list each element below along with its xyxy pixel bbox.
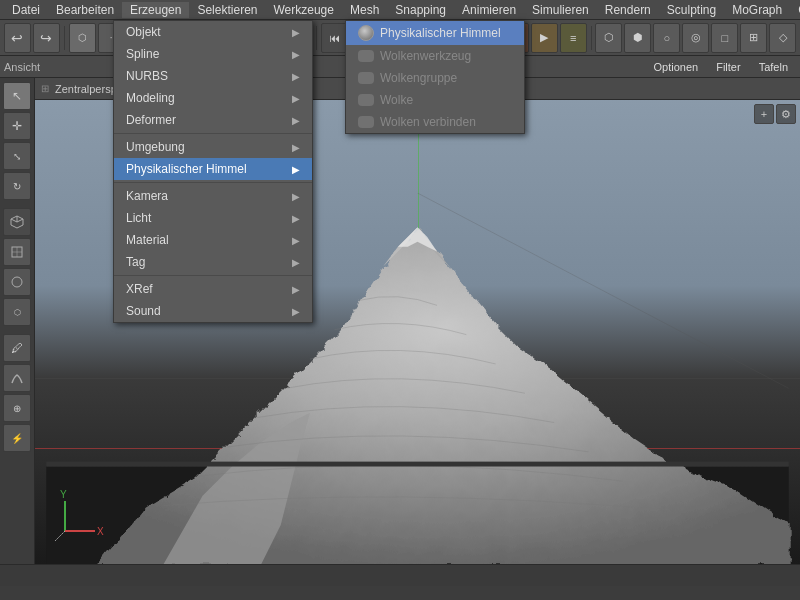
- dd-nurbs[interactable]: NURBS ▶: [114, 65, 312, 87]
- menu-bearbeiten[interactable]: Bearbeiten: [48, 2, 122, 18]
- dd-licht[interactable]: Licht ▶: [114, 207, 312, 229]
- menu-sculpting[interactable]: Sculpting: [659, 2, 724, 18]
- render-full[interactable]: ▶: [531, 23, 558, 53]
- view-label: Ansicht: [4, 61, 40, 73]
- viewport-controls: + ⚙: [754, 104, 796, 124]
- menu-datei[interactable]: Datei: [4, 2, 48, 18]
- mode-object[interactable]: ⬡: [69, 23, 96, 53]
- cloud-icon-2: [358, 72, 374, 84]
- dd-physhimmel[interactable]: Physikalischer Himmel ▶: [114, 158, 312, 180]
- cloud-icon-1: [358, 50, 374, 62]
- svg-text:Y: Y: [60, 489, 67, 500]
- submenu-physhimmel: Physikalischer Himmel Wolkenwerkzeug Wol…: [345, 20, 525, 134]
- dd-objekt[interactable]: Objekt ▶: [114, 21, 312, 43]
- menu-mesh[interactable]: Mesh: [342, 2, 387, 18]
- sub-wolken-verbinden-label: Wolken verbinden: [380, 115, 476, 129]
- sidebar-knife[interactable]: ⚡: [3, 424, 31, 452]
- sub-wolkenwerkzeug: Wolkenwerkzeug: [346, 45, 524, 67]
- vp-maximize[interactable]: +: [754, 104, 774, 124]
- arrow-icon: ▶: [292, 257, 300, 268]
- dd-umgebung[interactable]: Umgebung ▶: [114, 136, 312, 158]
- dd-xref[interactable]: XRef ▶: [114, 278, 312, 300]
- sidebar-move[interactable]: ✛: [3, 112, 31, 140]
- tool-4[interactable]: ◎: [682, 23, 709, 53]
- menu-animieren[interactable]: Animieren: [454, 2, 524, 18]
- sub-wolkengruppe-label: Wolkengruppe: [380, 71, 457, 85]
- arrow-icon: ▶: [292, 93, 300, 104]
- sidebar-tool1[interactable]: [3, 208, 31, 236]
- tafeln-btn[interactable]: Tafeln: [751, 60, 796, 74]
- viewport-expand-icon: ⊞: [41, 83, 49, 94]
- arrow-icon: ▶: [292, 71, 300, 82]
- menu-werkzeuge[interactable]: Werkzeuge: [265, 2, 341, 18]
- dd-deformer[interactable]: Deformer ▶: [114, 109, 312, 131]
- sidebar-paint[interactable]: 🖊: [3, 334, 31, 362]
- dd-sep-3: [114, 275, 312, 276]
- sub-item-inner: Wolkenwerkzeug: [358, 49, 471, 63]
- sub-item-inner: Wolken verbinden: [358, 115, 476, 129]
- sidebar-select[interactable]: ↖: [3, 82, 31, 110]
- vp-settings[interactable]: ⚙: [776, 104, 796, 124]
- menu-selektieren[interactable]: Selektieren: [189, 2, 265, 18]
- tool-5[interactable]: □: [711, 23, 738, 53]
- arrow-icon: ▶: [292, 49, 300, 60]
- sidebar-scale[interactable]: ⤡: [3, 142, 31, 170]
- dd-kamera[interactable]: Kamera ▶: [114, 185, 312, 207]
- sidebar-tool2[interactable]: [3, 238, 31, 266]
- dd-modeling[interactable]: Modeling ▶: [114, 87, 312, 109]
- arrow-icon: ▶: [292, 235, 300, 246]
- arrow-icon: ▶: [292, 213, 300, 224]
- playback-start[interactable]: ⏮: [321, 23, 348, 53]
- arrow-icon: ▶: [292, 115, 300, 126]
- tool-2[interactable]: ⬢: [624, 23, 651, 53]
- arrow-icon: ▶: [292, 191, 300, 202]
- arrow-icon: ▶: [292, 142, 300, 153]
- menu-charak[interactable]: Charak...: [790, 2, 800, 18]
- dd-sep-1: [114, 133, 312, 134]
- arrow-icon: ▶: [292, 27, 300, 38]
- sidebar-tool3[interactable]: [3, 268, 31, 296]
- tool-1[interactable]: ⬡: [595, 23, 622, 53]
- menu-erzeugen[interactable]: Erzeugen: [122, 2, 189, 18]
- sub-physhimmel-main[interactable]: Physikalischer Himmel: [346, 21, 524, 45]
- arrow-icon: ▶: [292, 306, 300, 317]
- sub-wolkengruppe: Wolkengruppe: [346, 67, 524, 89]
- sidebar-weld[interactable]: ⊕: [3, 394, 31, 422]
- optionen-btn[interactable]: Optionen: [646, 60, 707, 74]
- svg-line-15: [55, 531, 65, 541]
- dd-spline[interactable]: Spline ▶: [114, 43, 312, 65]
- svg-point-7: [12, 277, 22, 287]
- sidebar-tool4[interactable]: ⬡: [3, 298, 31, 326]
- toolbar-sep-4: [316, 26, 317, 50]
- redo-button[interactable]: ↪: [33, 23, 60, 53]
- cloud-icon-3: [358, 94, 374, 106]
- sidebar-rotate[interactable]: ↻: [3, 172, 31, 200]
- sub-wolkenwerkzeug-label: Wolkenwerkzeug: [380, 49, 471, 63]
- physhimmel-icon: [358, 25, 374, 41]
- sidebar-sculpt[interactable]: [3, 364, 31, 392]
- menu-mograph[interactable]: MoGraph: [724, 2, 790, 18]
- viewport-camera-label: Zentralpersp.: [55, 83, 120, 95]
- sub-wolke: Wolke: [346, 89, 524, 111]
- sidebar: ↖ ✛ ⤡ ↻ ⬡ 🖊: [0, 78, 35, 564]
- cloud-icon-4: [358, 116, 374, 128]
- menu-rendern[interactable]: Rendern: [597, 2, 659, 18]
- sub-wolken-verbinden: Wolken verbinden: [346, 111, 524, 133]
- filter-btn[interactable]: Filter: [708, 60, 748, 74]
- dd-material[interactable]: Material ▶: [114, 229, 312, 251]
- tool-7[interactable]: ◇: [769, 23, 796, 53]
- undo-button[interactable]: ↩: [4, 23, 31, 53]
- render-queue[interactable]: ≡: [560, 23, 587, 53]
- menubar: Datei Bearbeiten Erzeugen Selektieren We…: [0, 0, 800, 20]
- tool-6[interactable]: ⊞: [740, 23, 767, 53]
- svg-line-2: [17, 219, 23, 222]
- sub-wolke-label: Wolke: [380, 93, 413, 107]
- menu-snapping[interactable]: Snapping: [387, 2, 454, 18]
- dd-tag[interactable]: Tag ▶: [114, 251, 312, 273]
- svg-rect-9: [46, 461, 788, 466]
- svg-text:X: X: [97, 526, 104, 537]
- svg-line-3: [11, 219, 17, 222]
- tool-3[interactable]: ○: [653, 23, 680, 53]
- dd-sound[interactable]: Sound ▶: [114, 300, 312, 322]
- menu-simulieren[interactable]: Simulieren: [524, 2, 597, 18]
